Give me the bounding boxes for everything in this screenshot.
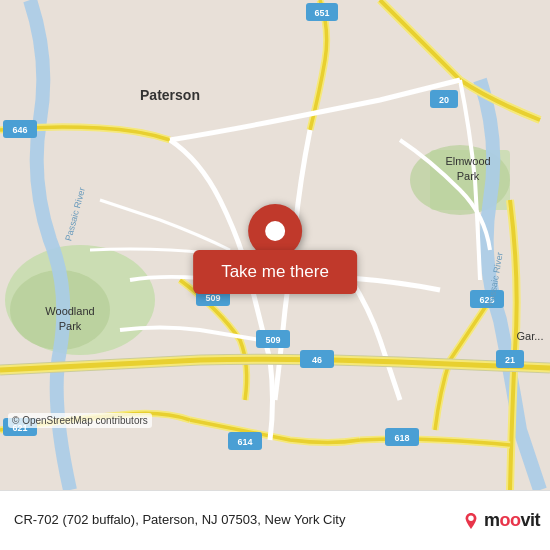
take-me-there-button[interactable]: Take me there (193, 250, 357, 294)
svg-text:20: 20 (439, 95, 449, 105)
moovit-brand-text: moovit (484, 510, 540, 531)
moovit-logo: moovit (462, 510, 540, 531)
location-text: CR-702 (702 buffalo), Paterson, NJ 07503… (14, 512, 462, 529)
svg-text:651: 651 (314, 8, 329, 18)
svg-text:614: 614 (237, 437, 252, 447)
svg-text:646: 646 (12, 125, 27, 135)
bottom-bar: CR-702 (702 buffalo), Paterson, NJ 07503… (0, 490, 550, 550)
svg-text:Paterson: Paterson (140, 87, 200, 103)
button-overlay: Take me there (193, 196, 357, 294)
moovit-pin-icon (462, 512, 480, 530)
svg-text:Elmwood: Elmwood (445, 155, 490, 167)
svg-text:Woodland: Woodland (45, 305, 94, 317)
svg-text:46: 46 (312, 355, 322, 365)
svg-text:Gar...: Gar... (517, 330, 544, 342)
svg-text:618: 618 (394, 433, 409, 443)
svg-text:Park: Park (59, 320, 82, 332)
osm-attribution: © OpenStreetMap contributors (8, 413, 152, 428)
map-container: 651 20 646 509 509 46 21 625 621 614 618 (0, 0, 550, 490)
svg-text:509: 509 (205, 293, 220, 303)
svg-text:Park: Park (457, 170, 480, 182)
svg-text:21: 21 (505, 355, 515, 365)
svg-text:509: 509 (265, 335, 280, 345)
svg-point-35 (468, 515, 473, 520)
location-pin-inner (265, 221, 285, 241)
